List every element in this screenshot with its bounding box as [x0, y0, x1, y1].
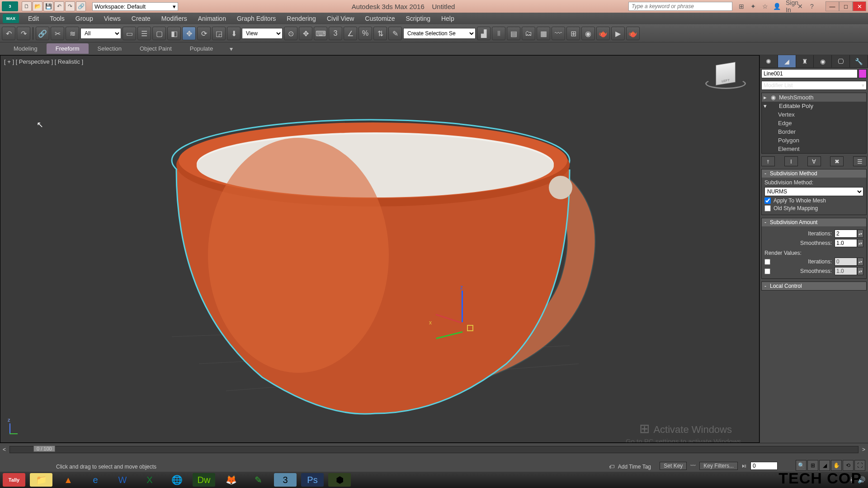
taskbar-explorer-icon[interactable]: 📁	[30, 473, 52, 487]
modifier-list-dropdown[interactable]: Modifier List▾	[761, 81, 867, 90]
search-input[interactable]	[628, 2, 732, 11]
taskbar-firefox-icon[interactable]: 🦊	[220, 473, 242, 487]
cup-model[interactable]	[163, 111, 597, 418]
frame-step-icon[interactable]: ⏯	[741, 463, 747, 469]
setkey-button[interactable]: Set Key	[660, 462, 687, 470]
menu-modifiers[interactable]: Modifiers	[156, 14, 193, 23]
rotate-icon[interactable]: ⟳	[197, 27, 211, 40]
sign-in-link[interactable]: Sign In	[784, 0, 793, 14]
render-iter-checkbox[interactable]	[764, 259, 770, 265]
timeline-prev-icon[interactable]: <	[3, 446, 6, 453]
spinner-icon[interactable]: ▴▾	[857, 239, 863, 247]
coord-z-input[interactable]	[561, 460, 599, 468]
apply-whole-mesh-checkbox[interactable]	[764, 197, 771, 204]
ribbon-tab-modeling[interactable]: Modeling	[5, 43, 47, 54]
menu-create[interactable]: Create	[126, 14, 156, 23]
modifier-stack[interactable]: ▸◉MeshSmooth▾Editable PolyVertexEdgeBord…	[761, 93, 867, 154]
ribbon-tab-populate[interactable]: Populate	[181, 43, 222, 54]
motion-tab-icon[interactable]: ◉	[814, 55, 832, 67]
rollout-subdiv-method-header[interactable]: -Subdivision Method	[762, 169, 866, 178]
select-icon[interactable]: ▭	[123, 27, 136, 40]
object-name-input[interactable]	[761, 69, 858, 78]
qat-undo-icon[interactable]: ↶	[54, 1, 64, 11]
iterations-input[interactable]	[835, 230, 857, 238]
redo-icon[interactable]: ↷	[17, 27, 30, 40]
named-sel-edit-icon[interactable]: ✎	[388, 27, 402, 40]
maximize-button[interactable]: □	[839, 1, 853, 11]
menu-edit[interactable]: Edit	[23, 14, 44, 23]
render-icon[interactable]: 🫖	[626, 27, 640, 40]
remove-mod-icon[interactable]: ✖	[830, 156, 844, 166]
menu-rendering[interactable]: Rendering	[281, 14, 321, 23]
angle-snap-icon[interactable]: ∠	[344, 27, 357, 40]
taskbar-word-icon[interactable]: W	[111, 473, 134, 487]
close-button[interactable]: ✕	[853, 1, 866, 11]
object-color-swatch[interactable]	[859, 69, 867, 78]
ribbon-tab-object-paint[interactable]: Object Paint	[131, 43, 181, 54]
keyfilters-button[interactable]: Key Filters...	[699, 462, 738, 470]
unlink-icon[interactable]: ✂	[51, 27, 64, 40]
create-tab-icon[interactable]: ✺	[760, 55, 778, 67]
schematic-icon[interactable]: ⊞	[566, 27, 580, 40]
display-tab-icon[interactable]: 🖵	[832, 55, 850, 67]
rollout-subdiv-amount-header[interactable]: -Subdivision Amount	[762, 218, 866, 226]
max-menu-icon[interactable]: MAX	[3, 14, 19, 23]
time-slider[interactable]: < 0 / 100 >	[0, 443, 868, 455]
tb-icon[interactable]: ✦	[749, 3, 758, 10]
keyboard-icon[interactable]: ⌨	[314, 27, 327, 40]
menu-tools[interactable]: Tools	[44, 14, 70, 23]
taskbar-ie-icon[interactable]: e	[84, 473, 107, 487]
spinner-snap-icon[interactable]: ⇅	[373, 27, 387, 40]
viewport-perspective[interactable]: [ + ] [ Perspective ] [ Realistic ] ↖	[0, 55, 760, 443]
viewcube-face[interactable]: LEFT	[716, 62, 736, 85]
stack-item-border[interactable]: Border	[762, 127, 866, 136]
qat-new-icon[interactable]: 🗋	[22, 1, 32, 11]
render-setup-icon[interactable]: 🫖	[596, 27, 610, 40]
stack-item-polygon[interactable]: Polygon	[762, 136, 866, 145]
pivot-icon[interactable]: ⊙	[284, 27, 297, 40]
menu-civil-view[interactable]: Civil View	[321, 14, 359, 23]
taskbar-chrome-icon[interactable]: 🌐	[165, 473, 188, 487]
rollout-local-control-header[interactable]: -Local Control	[762, 282, 866, 290]
exchange-icon[interactable]: ✕	[796, 3, 805, 10]
spinner-icon[interactable]: ▴▾	[857, 258, 863, 266]
material-editor-icon[interactable]: ◉	[581, 27, 595, 40]
qat-link-icon[interactable]: 🔗	[76, 1, 86, 11]
link-icon[interactable]: 🔗	[36, 27, 49, 40]
stack-item-editable-poly[interactable]: ▾Editable Poly	[762, 102, 866, 110]
ribbon-tab-selection[interactable]: Selection	[89, 43, 131, 54]
taskbar-corel-icon[interactable]: ✎	[247, 473, 269, 487]
spinner-icon[interactable]: ▴▾	[857, 267, 863, 275]
taskbar-excel-icon[interactable]: X	[138, 473, 161, 487]
snap-icon[interactable]: 3	[329, 27, 342, 40]
stack-item-edge[interactable]: Edge	[762, 119, 866, 127]
taskbar-photoshop-icon[interactable]: Ps	[301, 473, 324, 487]
old-style-mapping-checkbox[interactable]	[764, 205, 771, 211]
menu-graph-editors[interactable]: Graph Editors	[231, 14, 281, 23]
mirror-icon[interactable]: ▟	[477, 27, 491, 40]
stack-item-element[interactable]: Element	[762, 145, 866, 153]
render-frame-icon[interactable]: ▶	[611, 27, 625, 40]
menu-group[interactable]: Group	[70, 14, 99, 23]
windows-taskbar[interactable]: Tally 📁 ▲ e W X 🌐 Dw 🦊 ✎ 3 Ps ⬢ ᚼ 🔊	[0, 472, 868, 488]
render-smooth-checkbox[interactable]	[764, 268, 770, 274]
current-frame-input[interactable]	[750, 462, 778, 470]
align-icon[interactable]: ⫴	[492, 27, 505, 40]
menu-views[interactable]: Views	[99, 14, 126, 23]
stack-item-vertex[interactable]: Vertex	[762, 110, 866, 119]
ribbon-collapse-icon[interactable]: ▾	[226, 45, 236, 52]
add-time-tag[interactable]: Add Time Tag	[618, 464, 651, 470]
menu-help[interactable]: Help	[436, 14, 460, 23]
smoothness-input[interactable]	[835, 239, 857, 247]
qat-open-icon[interactable]: 📂	[33, 1, 42, 11]
timeline-next-icon[interactable]: >	[862, 446, 865, 453]
move-icon[interactable]: ✥	[182, 27, 196, 40]
window-cross-icon[interactable]: ◧	[167, 27, 181, 40]
bind-icon[interactable]: ≋	[66, 27, 79, 40]
selection-filter-dropdown[interactable]: All	[80, 28, 121, 39]
taskbar-tally-icon[interactable]: Tally	[3, 473, 25, 487]
qat-redo-icon[interactable]: ↷	[65, 1, 75, 11]
lock-icon[interactable]: 🔒	[415, 461, 422, 467]
timetag-icon[interactable]: 🏷	[609, 464, 614, 470]
scene-explorer-icon[interactable]: 🗂	[522, 27, 535, 40]
